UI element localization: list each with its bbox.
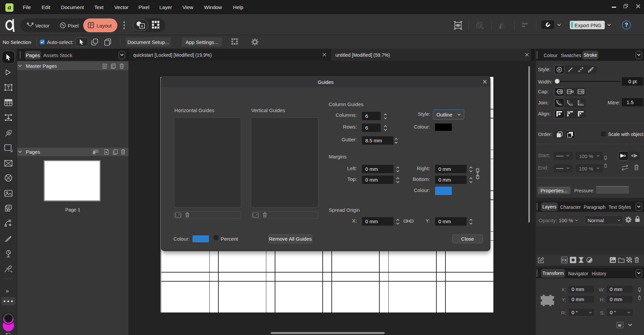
svg-text:A: A: [141, 24, 144, 28]
